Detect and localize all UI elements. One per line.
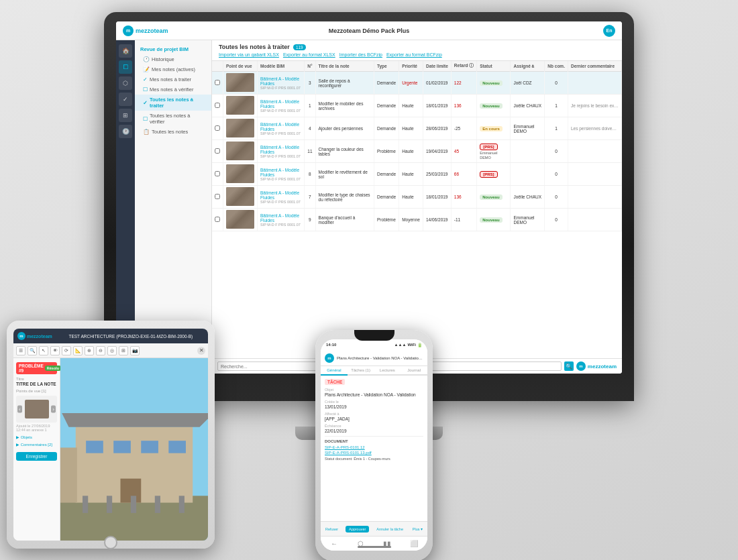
phone-tab-general[interactable]: Général: [321, 366, 348, 376]
phone-tab-journal[interactable]: Journal: [401, 366, 427, 376]
col-type[interactable]: Type: [374, 61, 399, 72]
tablet-tool-pointer[interactable]: ↖: [39, 346, 48, 355]
phone-plus-button[interactable]: Plus ▾: [411, 526, 425, 533]
table-row[interactable]: Bâtiment A - Modèle FluidesSIP M-D F PRS…: [212, 140, 622, 163]
row-status-cell: [PRS]: [477, 163, 511, 186]
col-titre[interactable]: Titre de la note: [315, 61, 374, 72]
tablet-objets-toggle[interactable]: ▶ Objets: [16, 435, 57, 439]
phone-approuver-button[interactable]: Approuver: [346, 526, 369, 533]
col-priorite[interactable]: Priorité: [399, 61, 423, 72]
sidebar-item-toutes-notes-verifier[interactable]: ☐ Toutes les notes à vérifier: [135, 111, 211, 127]
row-checkbox[interactable]: [215, 148, 220, 154]
tablet-tool-target[interactable]: ◎: [107, 346, 117, 355]
tablet-home-button[interactable]: [104, 536, 117, 549]
phone-annuler-button[interactable]: Annuler la tâche: [374, 526, 405, 533]
phone-doc-link-1[interactable]: SIP-E-A-PRS-0101.12: [325, 445, 423, 449]
svg-rect-10: [83, 496, 88, 513]
sidebar-icon-grid[interactable]: ⊞: [119, 109, 132, 122]
tablet-image-carousel: ‹ ›: [16, 396, 57, 423]
sidebar-item-mes-notes-verifier[interactable]: ☐ Mes notes à vérifier: [135, 85, 211, 95]
sidebar-item-toutes-notes[interactable]: 📋 Toutes les notes: [135, 127, 211, 137]
phone-doc-link-2[interactable]: SIP-E-A-PRS-0101.13.pdf: [325, 451, 423, 455]
svg-rect-4: [86, 441, 103, 453]
sidebar-item-mes-notes-traiter[interactable]: ✓ Mes notes à traiter: [135, 74, 211, 85]
sidebar-icon-check[interactable]: ✓: [119, 93, 132, 106]
row-title-cell: Ajouter des persiennes: [315, 117, 374, 140]
row-num-cell: 4: [305, 117, 315, 140]
tablet-tool-grid[interactable]: ⊞: [119, 346, 128, 355]
sidebar-item-mes-notes-actives[interactable]: 📝 Mes notes (actives): [135, 64, 211, 74]
tablet-tool-camera[interactable]: 📷: [130, 346, 140, 355]
sidebar-icon-home[interactable]: 🏠: [119, 44, 132, 58]
toutes-verifier-icon: ☐: [143, 116, 148, 122]
tablet-tool-minus[interactable]: ⊖: [96, 346, 105, 355]
row-status-cell: Nouveau: [477, 95, 511, 117]
col-modele-bim[interactable]: Modèle BIM: [258, 61, 305, 72]
row-type-cell: Problème: [374, 140, 399, 163]
wifi-icon: WiFi: [407, 343, 416, 347]
row-checkbox[interactable]: [215, 80, 220, 85]
tablet-save-button[interactable]: Enregistrer: [16, 452, 57, 461]
phone-field-affecte-a: Affecté à [APP_JADA]: [325, 412, 423, 421]
row-checkbox[interactable]: [215, 171, 220, 176]
tablet-tool-eye[interactable]: 👁: [50, 346, 60, 355]
tablet-tool-measure[interactable]: 📐: [73, 346, 83, 355]
tablet-tool-plus[interactable]: ⊕: [85, 346, 94, 355]
table-row[interactable]: Bâtiment A - Modèle FluidesSIP M-D F PRS…: [212, 186, 622, 209]
row-date-cell: 14/06/2019: [423, 209, 451, 231]
carousel-next-button[interactable]: ›: [51, 406, 56, 413]
action-export-xlsx[interactable]: Exporter au format XLSX: [283, 52, 335, 57]
col-date[interactable]: Date limite: [423, 61, 451, 72]
row-checkbox[interactable]: [215, 103, 220, 108]
tablet-tool-rotate[interactable]: ⟳: [62, 346, 71, 355]
tablet-close-button[interactable]: ✕: [197, 347, 205, 355]
carousel-prev-button[interactable]: ‹: [17, 406, 22, 413]
sidebar-icon-bim[interactable]: ⧠: [119, 60, 132, 74]
phone-content: TÂCHE Objet Plans Architecture - Validat…: [321, 376, 427, 521]
row-checkbox-cell: [212, 186, 223, 209]
sidebar-item-toutes-notes-traiter[interactable]: ✓ Toutes les notes à traiter: [135, 95, 211, 111]
row-checkbox[interactable]: [215, 125, 220, 131]
row-checkbox-cell: [212, 163, 223, 186]
phone-nav-square[interactable]: ⬜: [409, 539, 419, 549]
svg-rect-14: [179, 496, 184, 513]
phone-tab-taches[interactable]: Tâches (1): [348, 366, 374, 376]
table-row[interactable]: Bâtiment A - Modèle FluidesSIP M-D F PRS…: [212, 95, 622, 117]
col-last-comment[interactable]: Dernier commentaire: [568, 61, 621, 72]
notes-traiter-icon: ✓: [143, 76, 148, 82]
col-comments[interactable]: Nb com.: [545, 61, 568, 72]
row-thumbnail: [226, 164, 254, 183]
phone-cree-le-value: 13/01/2019: [325, 404, 423, 409]
sidebar-icon-3d[interactable]: ⬡: [119, 76, 132, 90]
row-checkbox[interactable]: [215, 217, 220, 222]
sidebar-item-historique[interactable]: 🕐 Historique: [135, 54, 211, 64]
tablet-commentaires-toggle[interactable]: ▶ Commentaires [2]: [16, 442, 57, 447]
table-row[interactable]: Bâtiment A - Modèle FluidesSIP M-D F PRS…: [212, 117, 622, 140]
row-comments-cell: 0: [545, 163, 568, 186]
search-button[interactable]: 🔍: [564, 361, 574, 371]
row-thumbnail-cell: [223, 209, 258, 231]
action-import-xlsx[interactable]: Importer via un gabarit XLSX: [219, 52, 279, 57]
col-assigne[interactable]: Assigné à: [511, 61, 545, 72]
row-delay-cell: 66: [451, 163, 476, 186]
action-export-bcf[interactable]: Exporter au format BCFzip: [386, 52, 442, 57]
tablet-tool-search[interactable]: 🔍: [28, 346, 37, 355]
col-retard[interactable]: Retard ⓘ: [451, 61, 476, 72]
col-statut[interactable]: Statut: [477, 61, 511, 72]
table-row[interactable]: Bâtiment A - Modèle FluidesSIP M-D F PRS…: [212, 163, 622, 186]
row-checkbox[interactable]: [215, 194, 220, 199]
sidebar-icon-history[interactable]: 🕐: [119, 125, 132, 138]
row-type-cell: Demande: [374, 117, 399, 140]
tablet-tool-expand[interactable]: ☰: [16, 346, 25, 355]
user-avatar[interactable]: En: [603, 25, 615, 37]
table-row[interactable]: Bâtiment A - Modèle FluidesSIP M-D F PRS…: [212, 72, 622, 95]
action-import-bcf[interactable]: Importer des BCFzip: [339, 52, 382, 57]
phone-tab-lectures[interactable]: Lectures: [374, 366, 401, 376]
phone-refuser-button[interactable]: Refuser: [323, 526, 340, 533]
col-point-vue[interactable]: Point de vue: [223, 61, 258, 72]
phone-nav-back[interactable]: ←: [329, 539, 339, 549]
phone-topbar: m Plans Architecture - Validation NOA - …: [321, 350, 427, 366]
table-row[interactable]: Bâtiment A - Modèle FluidesSIP M-D F PRS…: [212, 209, 622, 231]
row-comments-cell: 0: [545, 140, 568, 163]
col-num[interactable]: N°: [305, 61, 315, 72]
